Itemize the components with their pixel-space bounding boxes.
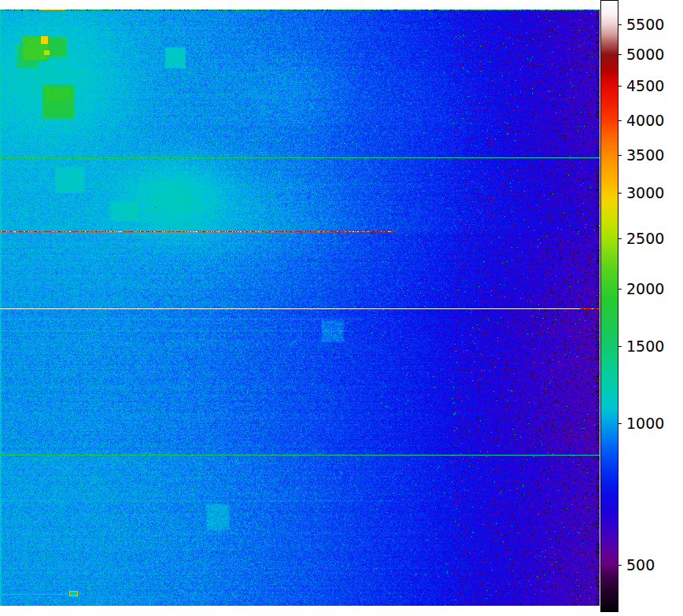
colorbar-tick-label: 500 xyxy=(626,558,655,573)
colorbar-tick-label: 2500 xyxy=(626,231,664,246)
colorbar-tick xyxy=(618,155,622,156)
colorbar-tick xyxy=(618,120,622,121)
colorbar xyxy=(600,0,618,612)
colorbar-tick-label: 3500 xyxy=(626,148,664,163)
colorbar-tick xyxy=(618,565,622,566)
colorbar-tick-label: 5000 xyxy=(626,47,664,62)
colorbar-tick-label: 4500 xyxy=(626,79,664,94)
colorbar-tick xyxy=(618,289,622,290)
colorbar-tick xyxy=(618,86,622,87)
colorbar-tick-label: 1500 xyxy=(626,339,664,354)
colorbar-tick xyxy=(618,193,622,194)
colorbar-tick xyxy=(618,24,622,25)
colorbar-tick-label: 2000 xyxy=(626,282,664,297)
colorbar-tick xyxy=(618,423,622,424)
colorbar-tick-label: 1000 xyxy=(626,416,664,431)
detector-heatmap-canvas xyxy=(0,9,600,606)
colorbar-gradient xyxy=(601,1,618,611)
colorbar-tick xyxy=(618,346,622,347)
colorbar-tick xyxy=(618,238,622,239)
colorbar-tick xyxy=(618,54,622,55)
colorbar-tick-label: 3000 xyxy=(626,186,664,201)
colorbar-tick-label: 5500 xyxy=(626,17,664,32)
colorbar-tick-label: 4000 xyxy=(626,113,664,128)
figure-root: 5500500045004000350030002500200015001000… xyxy=(0,0,683,616)
